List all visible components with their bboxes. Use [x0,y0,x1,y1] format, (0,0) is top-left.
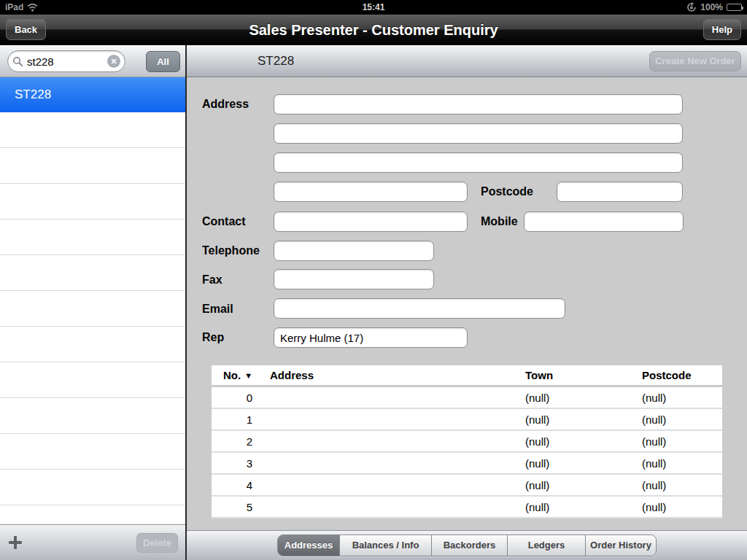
list-item [0,255,185,291]
table-row[interactable]: 5 (null) (null) [212,497,722,518]
section-segmented-control: Addresses Balances / Info Backorders Led… [277,534,657,556]
column-header-no[interactable]: No. ▼ [212,369,270,381]
list-item [0,112,185,148]
table-row[interactable]: 2 (null) (null) [212,431,722,453]
email-field[interactable] [274,298,565,319]
contact-label: Contact [202,216,246,228]
all-filter-button[interactable]: All [146,51,180,72]
postcode-label: Postcode [481,186,533,198]
address-line1-field[interactable] [274,94,683,114]
contact-field[interactable] [274,211,468,232]
rep-field[interactable] [274,327,468,348]
customer-code-title: ST228 [258,45,294,77]
customer-list-item-selected[interactable]: ST228 [0,77,185,112]
column-header-postcode[interactable]: Postcode [642,369,722,381]
customer-form: Address Postcode Contact Mobile Telephon… [187,77,747,530]
mobile-label: Mobile [481,216,518,228]
delete-button[interactable]: Delete [136,533,178,553]
addresses-table: No. ▼ Address Town Postcode 0 (null) (nu… [212,365,722,518]
list-item [0,184,185,219]
telephone-label: Telephone [202,245,260,257]
table-row[interactable]: 0 (null) (null) [212,387,722,409]
address-label: Address [202,98,249,110]
address-line4-field[interactable] [274,182,468,202]
tab-order-history[interactable]: Order History [586,535,656,556]
clock: 15:41 [0,2,747,12]
create-new-order-button[interactable]: Create New Order [649,51,741,71]
fax-field[interactable] [274,269,434,289]
navigation-bar: Sales Presenter - Customer Enquiry Back … [0,15,747,45]
list-item [0,505,185,524]
tab-balances-info[interactable]: Balances / Info [340,535,432,556]
postcode-field[interactable] [557,182,683,202]
search-icon [12,56,23,67]
mobile-field[interactable] [524,211,684,232]
tab-ledgers[interactable]: Ledgers [508,535,586,556]
list-item [0,470,185,505]
tab-backorders[interactable]: Backorders [432,535,508,556]
search-input[interactable]: st228 ✕ [7,50,125,72]
table-header-row: No. ▼ Address Town Postcode [212,365,722,387]
page-title: Sales Presenter - Customer Enquiry [0,15,747,45]
clear-search-icon[interactable]: ✕ [107,55,120,68]
fax-label: Fax [202,274,222,286]
list-item [0,219,185,255]
telephone-field[interactable] [274,241,434,261]
sort-descending-icon: ▼ [244,371,252,380]
list-item [0,291,185,327]
column-header-town[interactable]: Town [525,369,642,381]
sidebar-toolbar: Delete [0,524,185,560]
table-row[interactable]: 4 (null) (null) [212,475,722,497]
list-item [0,148,185,184]
customer-detail-pane: ST228 Create New Order Address Postcode … [187,45,747,560]
list-item [0,327,185,362]
table-row[interactable]: 3 (null) (null) [212,453,722,475]
help-button[interactable]: Help [703,19,741,40]
address-line2-field[interactable] [274,123,683,144]
customer-list: ST228 [0,77,185,524]
table-row[interactable]: 1 (null) (null) [212,409,722,431]
detail-header: ST228 Create New Order [187,45,747,77]
email-label: Email [202,303,233,315]
search-bar: st228 ✕ All [0,45,185,77]
back-button[interactable]: Back [6,19,46,40]
address-line3-field[interactable] [274,152,683,173]
status-bar: iPad 15:41 100% [0,0,747,15]
tab-addresses[interactable]: Addresses [278,535,340,556]
app-screen: iPad 15:41 100% [0,0,747,560]
rep-label: Rep [202,332,224,343]
list-item [0,398,185,434]
bottom-tab-bar: Addresses Balances / Info Backorders Led… [187,530,747,560]
customer-sidebar: st228 ✕ All ST228 [0,45,187,560]
add-customer-button[interactable] [7,534,23,551]
battery-icon [727,4,742,11]
list-item [0,434,185,470]
column-header-address[interactable]: Address [270,369,525,381]
search-query[interactable]: st228 [27,55,107,68]
list-item [0,362,185,398]
